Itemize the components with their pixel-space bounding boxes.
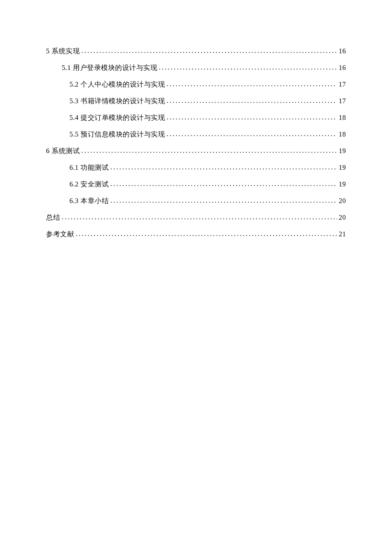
toc-page: 19	[339, 164, 346, 171]
toc-label: 5.1 用户登录模块的设计与实现	[62, 64, 157, 73]
toc-dots	[159, 64, 337, 71]
toc-page: 17	[339, 97, 346, 105]
toc-label: 6 系统测试	[46, 147, 80, 156]
toc-dots	[110, 197, 337, 204]
toc-dots	[81, 147, 337, 154]
toc-dots	[76, 230, 337, 238]
toc-entry: 5.1 用户登录模块的设计与实现 16	[62, 64, 346, 73]
toc-entry: 总结 20	[46, 213, 346, 222]
toc-label: 5.3 书籍详情模块的设计与实现	[69, 97, 165, 106]
toc-page: 20	[339, 197, 346, 205]
toc-page: 16	[339, 64, 346, 72]
toc-entry: 5.4 提交订单模块的设计与实现 18	[69, 113, 346, 122]
toc-page: 17	[339, 81, 346, 88]
toc-entry: 6.2 安全测试 19	[69, 180, 346, 189]
toc-label: 6.3 本章小结	[69, 197, 109, 206]
toc-label: 总结	[46, 213, 60, 222]
toc-entry: 6 系统测试 19	[46, 147, 346, 156]
toc-label: 参考文献	[46, 230, 74, 239]
toc-dots	[167, 113, 337, 121]
toc-page: 18	[339, 131, 346, 138]
toc-dots	[167, 80, 337, 88]
table-of-contents: 5 系统实现 16 5.1 用户登录模块的设计与实现 16 5.2 个人中心模块…	[46, 47, 346, 239]
toc-label: 5.4 提交订单模块的设计与实现	[69, 113, 165, 122]
toc-entry: 6.1 功能测试 19	[69, 163, 346, 172]
toc-label: 6.1 功能测试	[69, 163, 109, 172]
toc-entry: 5.5 预订信息模块的设计与实现 18	[69, 130, 346, 139]
toc-entry: 6.3 本章小结 20	[69, 197, 346, 206]
toc-label: 6.2 安全测试	[69, 180, 109, 189]
toc-dots	[81, 47, 337, 55]
toc-dots	[62, 213, 337, 221]
toc-page: 18	[339, 114, 346, 122]
toc-dots	[110, 163, 337, 171]
toc-label: 5 系统实现	[46, 47, 80, 56]
toc-page: 19	[339, 180, 346, 188]
toc-page: 20	[339, 214, 346, 221]
toc-entry: 5.2 个人中心模块的设计与实现 17	[69, 80, 346, 89]
toc-entry: 5 系统实现 16	[46, 47, 346, 56]
toc-dots	[167, 130, 337, 138]
toc-dots	[167, 97, 337, 105]
toc-label: 5.5 预订信息模块的设计与实现	[69, 130, 165, 139]
toc-label: 5.2 个人中心模块的设计与实现	[69, 80, 165, 89]
toc-page: 19	[339, 147, 346, 155]
toc-page: 21	[339, 230, 346, 238]
toc-dots	[110, 180, 337, 188]
toc-page: 16	[339, 47, 346, 55]
toc-entry: 5.3 书籍详情模块的设计与实现 17	[69, 97, 346, 106]
toc-entry: 参考文献 21	[46, 230, 346, 239]
